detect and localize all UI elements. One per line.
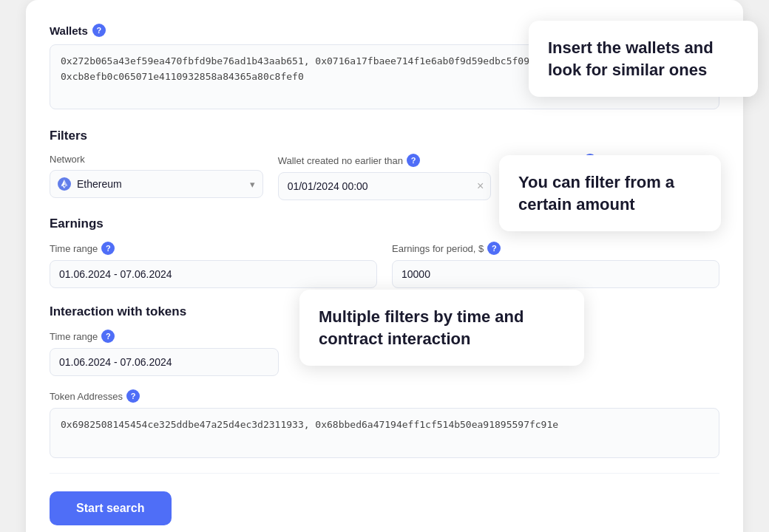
earnings-period-wrapper (392, 260, 719, 288)
interaction-time-range-wrapper (50, 348, 279, 376)
main-card: Wallets ? 0x272b065a43ef59ea470fbfd9be76… (26, 0, 743, 532)
interaction-time-range-label: Time range ? (50, 330, 279, 343)
start-search-button[interactable]: Start search (50, 491, 172, 525)
earnings-time-range-wrapper (50, 260, 377, 288)
earnings-grid: Time range ? Earnings for period, $ ? (50, 242, 719, 288)
wallet-created-input[interactable] (278, 172, 492, 200)
filters-title: Filters (50, 129, 719, 143)
network-select-wrapper: Ethereum ▾ (50, 170, 263, 198)
wallets-tooltip: Insert the wallets and look for similar … (529, 21, 758, 97)
wallet-created-help-icon[interactable]: ? (407, 154, 420, 167)
interaction-time-range-input[interactable] (50, 348, 279, 376)
filter-tooltip: You can filter from a certain amount (499, 155, 721, 231)
interaction-tooltip: Multiple filters by time and contract in… (299, 290, 584, 366)
token-addresses-input[interactable]: 0x6982508145454ce325ddbe47a25d4ec3d23119… (50, 408, 719, 458)
network-select[interactable]: Ethereum (50, 170, 263, 198)
earnings-time-range-input[interactable] (50, 260, 377, 288)
wallet-created-field-group: Wallet created no earlier than ? × (278, 154, 492, 200)
interaction-time-range-group: Time range ? (50, 330, 279, 376)
ethereum-icon (58, 177, 71, 191)
divider (50, 473, 719, 474)
earnings-period-help-icon[interactable]: ? (487, 242, 501, 255)
token-addresses-group: Token Addresses ? 0x6982508145454ce325dd… (50, 389, 719, 458)
earnings-period-input[interactable] (392, 260, 719, 288)
wallets-help-icon[interactable]: ? (92, 24, 106, 37)
earnings-period-group: Earnings for period, $ ? (392, 242, 719, 288)
network-label: Network (50, 154, 263, 165)
earnings-period-label: Earnings for period, $ ? (392, 242, 719, 255)
token-addresses-help-icon[interactable]: ? (126, 389, 140, 403)
wallets-label: Wallets (50, 24, 88, 37)
network-field-group: Network Ethereum ▾ (50, 154, 263, 200)
earnings-time-range-label: Time range ? (50, 242, 377, 255)
wallet-created-label: Wallet created no earlier than ? (278, 154, 492, 167)
wallet-created-clear-icon[interactable]: × (477, 180, 484, 192)
wallet-created-input-wrapper: × (278, 172, 492, 200)
earnings-time-range-group: Time range ? (50, 242, 377, 288)
earnings-time-help-icon[interactable]: ? (101, 242, 115, 255)
token-addresses-label: Token Addresses ? (50, 389, 719, 403)
interaction-time-help-icon[interactable]: ? (101, 330, 115, 343)
interaction-section: Interaction with tokens Time range ? Mul… (50, 304, 719, 458)
